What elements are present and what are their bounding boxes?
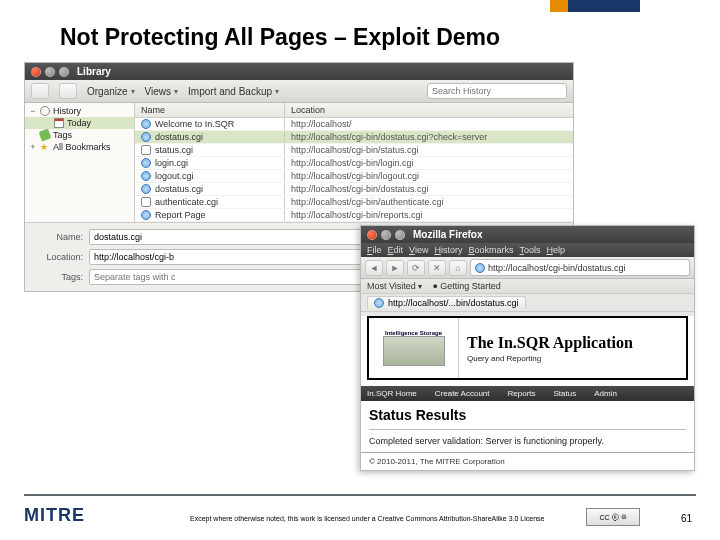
- tree-item-bookmarks[interactable]: +★All Bookmarks: [25, 141, 134, 153]
- stop-button[interactable]: ✕: [428, 260, 446, 276]
- row-location: http://localhost/cgi-bin/logout.cgi: [285, 170, 573, 182]
- menu-help[interactable]: Help: [546, 245, 565, 255]
- col-location: Location: [285, 103, 573, 117]
- menu-history[interactable]: History: [434, 245, 462, 255]
- tree-item-today[interactable]: Today: [25, 117, 134, 129]
- list-item[interactable]: dostatus.cgihttp://localhost/cgi-bin/dos…: [135, 131, 573, 144]
- organize-button[interactable]: Organize▾: [87, 86, 135, 97]
- tab-strip: http://localhost/...bin/dostatus.cgi: [361, 294, 694, 312]
- detail-tags-label: Tags:: [33, 272, 83, 282]
- slide-accent: [550, 0, 640, 12]
- minimize-icon[interactable]: [45, 67, 55, 77]
- forward-button[interactable]: ►: [386, 260, 404, 276]
- list-header[interactable]: Name Location: [135, 103, 573, 118]
- page-heading: Status Results: [369, 407, 686, 423]
- nav-link[interactable]: Status: [554, 389, 577, 398]
- reload-button[interactable]: ⟳: [407, 260, 425, 276]
- row-name: dostatus.cgi: [155, 184, 203, 194]
- bookmarks-toolbar: Most Visited ▾ ● Getting Started: [361, 279, 694, 294]
- detail-location-label: Location:: [33, 252, 83, 262]
- tab-active[interactable]: http://localhost/...bin/dostatus.cgi: [367, 296, 526, 309]
- list-item[interactable]: Welcome to In.SQRhttp://localhost/: [135, 118, 573, 131]
- tab-label: http://localhost/...bin/dostatus.cgi: [388, 298, 519, 308]
- menu-edit[interactable]: Edit: [388, 245, 404, 255]
- firefox-titlebar[interactable]: Mozilla Firefox: [361, 226, 694, 243]
- maximize-icon[interactable]: [59, 67, 69, 77]
- minimize-icon[interactable]: [381, 230, 391, 240]
- row-name: dostatus.cgi: [155, 132, 203, 142]
- views-button[interactable]: Views▾: [145, 86, 179, 97]
- menu-bookmarks[interactable]: Bookmarks: [468, 245, 513, 255]
- library-titlebar[interactable]: Library: [25, 63, 573, 80]
- firefox-title: Mozilla Firefox: [413, 229, 482, 240]
- nav-forward-button[interactable]: [59, 83, 77, 99]
- tag-icon: [39, 129, 52, 142]
- nav-back-button[interactable]: [31, 83, 49, 99]
- library-list: Name Location Welcome to In.SQRhttp://lo…: [135, 103, 573, 222]
- divider: [24, 494, 696, 496]
- page-number: 61: [681, 513, 692, 524]
- url-text: http://localhost/cgi-bin/dostatus.cgi: [488, 263, 626, 273]
- close-icon[interactable]: [367, 230, 377, 240]
- list-item[interactable]: logout.cgihttp://localhost/cgi-bin/logou…: [135, 170, 573, 183]
- import-backup-button[interactable]: Import and Backup▾: [188, 86, 279, 97]
- nav-link[interactable]: Create Account: [435, 389, 490, 398]
- col-name: Name: [135, 103, 285, 117]
- list-item[interactable]: Report Pagehttp://localhost/cgi-bin/repo…: [135, 209, 573, 222]
- list-item[interactable]: status.cgihttp://localhost/cgi-bin/statu…: [135, 144, 573, 157]
- license-text: Except where otherwise noted, this work …: [190, 515, 544, 522]
- nav-link[interactable]: In.SQR Home: [367, 389, 417, 398]
- row-name: Report Page: [155, 210, 206, 220]
- firefox-window: Mozilla Firefox FileEditViewHistoryBookm…: [360, 225, 695, 471]
- library-tree: −History Today Tags +★All Bookmarks: [25, 103, 135, 222]
- menu-view[interactable]: View: [409, 245, 428, 255]
- list-item[interactable]: login.cgihttp://localhost/cgi-bin/login.…: [135, 157, 573, 170]
- most-visited-button[interactable]: Most Visited ▾: [367, 281, 422, 291]
- tree-item-tags[interactable]: Tags: [25, 129, 134, 141]
- row-location: http://localhost/cgi-bin/login.cgi: [285, 157, 573, 169]
- page-footer: © 2010-2011, The MITRE Corporation: [361, 452, 694, 470]
- globe-icon: [374, 298, 384, 308]
- globe-icon: [141, 158, 151, 168]
- slide-title: Not Protecting All Pages – Exploit Demo: [60, 24, 500, 51]
- page-content: Intelligence Storage The In.SQR Applicat…: [361, 316, 694, 470]
- nav-link[interactable]: Reports: [508, 389, 536, 398]
- row-location: http://localhost/cgi-bin/status.cgi: [285, 144, 573, 156]
- detail-name-label: Name:: [33, 232, 83, 242]
- clock-icon: [40, 106, 50, 116]
- calendar-icon: [54, 118, 64, 128]
- home-button[interactable]: ⌂: [449, 260, 467, 276]
- back-button[interactable]: ◄: [365, 260, 383, 276]
- globe-icon: [141, 119, 151, 129]
- getting-started-button[interactable]: ● Getting Started: [432, 281, 500, 291]
- page-icon: [141, 145, 151, 155]
- globe-icon: [141, 210, 151, 220]
- row-location: http://localhost/cgi-bin/authenticate.cg…: [285, 196, 573, 208]
- list-item[interactable]: dostatus.cgihttp://localhost/cgi-bin/dos…: [135, 183, 573, 196]
- mitre-logo: MITRE: [24, 505, 85, 526]
- row-location: http://localhost/cgi-bin/dostatus.cgi?ch…: [285, 131, 573, 143]
- row-location: http://localhost/: [285, 118, 573, 130]
- star-icon: ★: [40, 142, 50, 152]
- url-bar[interactable]: http://localhost/cgi-bin/dostatus.cgi: [470, 259, 690, 276]
- globe-icon: [141, 171, 151, 181]
- page-nav: In.SQR HomeCreate AccountReportsStatusAd…: [361, 386, 694, 401]
- footer-text: © 2010-2011, The MITRE Corporation: [369, 457, 505, 466]
- library-toolbar: Organize▾ Views▾ Import and Backup▾: [25, 80, 573, 103]
- globe-icon: [141, 184, 151, 194]
- page-body-text: Completed server validation: Server is f…: [369, 436, 686, 446]
- app-subtitle: Query and Reporting: [467, 354, 686, 363]
- row-location: http://localhost/cgi-bin/reports.cgi: [285, 209, 573, 221]
- list-item[interactable]: authenticate.cgihttp://localhost/cgi-bin…: [135, 196, 573, 209]
- tree-item-history[interactable]: −History: [25, 105, 134, 117]
- search-input[interactable]: [427, 83, 567, 99]
- menu-file[interactable]: File: [367, 245, 382, 255]
- row-location: http://localhost/cgi-bin/dostatus.cgi: [285, 183, 573, 195]
- app-banner: Intelligence Storage The In.SQR Applicat…: [367, 316, 688, 380]
- maximize-icon[interactable]: [395, 230, 405, 240]
- cc-badge: CC🄍⊜: [586, 508, 640, 526]
- row-name: Welcome to In.SQR: [155, 119, 234, 129]
- close-icon[interactable]: [31, 67, 41, 77]
- menu-tools[interactable]: Tools: [519, 245, 540, 255]
- nav-link[interactable]: Admin: [594, 389, 617, 398]
